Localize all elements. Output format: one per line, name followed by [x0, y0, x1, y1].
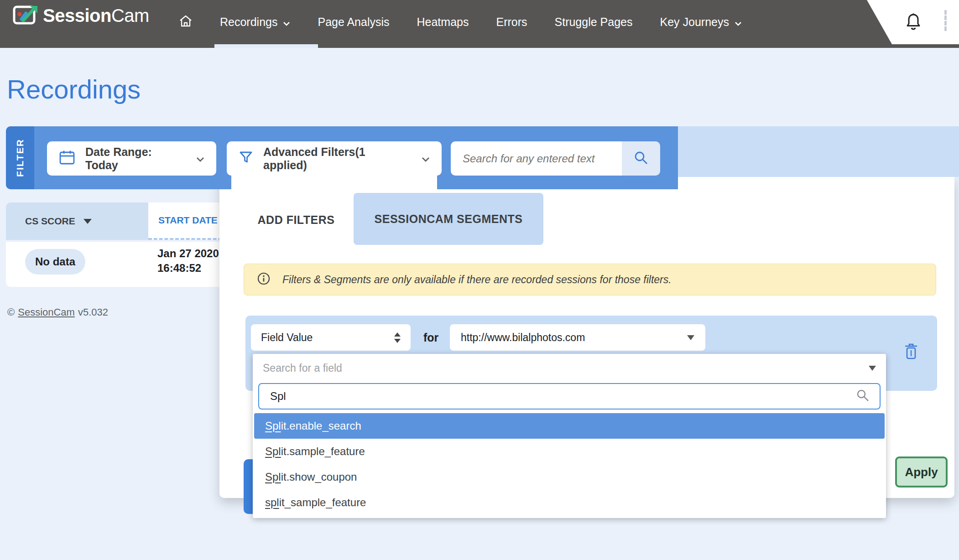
notifications-bell-icon[interactable]	[904, 12, 923, 35]
filter-side-tab[interactable]: FILTER	[6, 126, 34, 189]
dashed-divider-icon[interactable]	[944, 10, 947, 31]
sort-descending-icon	[83, 219, 92, 224]
footer-version: © SessionCam v5.032	[7, 306, 108, 318]
column-header-cs-score[interactable]: CS SCORE	[6, 202, 148, 240]
page-title: Recordings	[7, 74, 141, 104]
cs-score-badge: No data	[25, 249, 85, 275]
nav-item-recordings[interactable]: Recordings	[220, 16, 290, 29]
app-screen: SessionCam Recordings Page Analysis Heat…	[0, 0, 959, 560]
chevron-down-icon	[422, 152, 430, 165]
nav-item-heatmaps[interactable]: Heatmaps	[417, 16, 469, 29]
navbar: SessionCam Recordings Page Analysis Heat…	[0, 0, 959, 48]
obscured-blue-button[interactable]	[244, 459, 254, 514]
sessioncam-logo-icon	[12, 3, 38, 28]
field-options-list: Split.enable_search Split.sample_feature…	[254, 413, 885, 515]
field-option[interactable]: Split.enable_search	[254, 413, 885, 439]
home-icon	[179, 15, 193, 30]
delete-filter-button[interactable]	[904, 343, 918, 362]
notice-text: Filters & Segments are only available if…	[282, 274, 672, 286]
tab-add-filters[interactable]: ADD FILTERS	[248, 194, 344, 245]
dropdown-caret-icon	[687, 335, 694, 340]
apply-button[interactable]: Apply	[895, 456, 948, 487]
field-select-collapsed[interactable]: Search for a field	[253, 354, 886, 382]
field-option[interactable]: split_sample_feature	[254, 490, 885, 515]
field-type-select[interactable]: Field Value	[251, 324, 411, 351]
navbar-right-panel	[867, 0, 959, 44]
field-option[interactable]: Split.sample_feature	[254, 439, 885, 464]
nav-item-home[interactable]	[179, 15, 193, 30]
nav-label-recordings: Recordings	[220, 16, 277, 29]
nav-menu: Recordings Page Analysis Heatmaps Errors…	[179, 0, 742, 44]
active-tab-indicator	[214, 44, 318, 48]
search-icon	[856, 389, 870, 404]
nav-item-errors[interactable]: Errors	[496, 16, 527, 29]
search-input[interactable]	[451, 141, 622, 176]
field-query-input[interactable]	[269, 389, 856, 403]
dropdown-caret-icon	[869, 366, 876, 371]
brand-name: SessionCam	[43, 5, 149, 26]
field-option[interactable]: Split.show_coupon	[254, 464, 885, 490]
chevron-down-icon	[283, 16, 290, 29]
nav-item-struggle-pages[interactable]: Struggle Pages	[555, 16, 633, 29]
spinner-arrows-icon	[394, 332, 401, 343]
field-select-placeholder: Search for a field	[263, 362, 342, 374]
funnel-filter-icon	[239, 150, 253, 167]
nav-item-page-analysis[interactable]: Page Analysis	[318, 16, 389, 29]
info-icon	[257, 272, 271, 287]
sessioncam-footer-link[interactable]: SessionCam	[18, 306, 75, 318]
search-icon	[633, 150, 649, 167]
date-range-label: Date Range: Today	[85, 145, 186, 172]
text-search	[451, 141, 660, 176]
site-select[interactable]: http://www.bilalphotos.com	[450, 324, 705, 351]
notice-banner: Filters & Segments are only available if…	[244, 264, 936, 296]
brand-logo[interactable]: SessionCam	[12, 3, 149, 28]
start-date-value: Jan 27 2020, 16:48:52	[157, 246, 222, 275]
filter-bar-extension	[678, 126, 959, 177]
trash-icon	[904, 354, 918, 362]
tab-sessioncam-segments[interactable]: SESSIONCAM SEGMENTS	[354, 193, 543, 245]
chevron-down-icon	[735, 16, 742, 29]
chevron-down-icon	[196, 152, 204, 165]
date-range-button[interactable]: Date Range: Today	[47, 141, 216, 176]
search-button[interactable]	[622, 141, 660, 176]
advanced-filters-label: Advanced Filters(1 applied)	[263, 145, 412, 172]
nav-item-key-journeys[interactable]: Key Journeys	[660, 16, 741, 29]
calendar-icon	[59, 150, 75, 168]
field-query-box	[258, 383, 881, 410]
advanced-filters-button[interactable]: Advanced Filters(1 applied)	[227, 141, 442, 176]
for-label: for	[423, 324, 438, 351]
field-search-combo: Search for a field Split.enable_search S…	[253, 354, 886, 518]
